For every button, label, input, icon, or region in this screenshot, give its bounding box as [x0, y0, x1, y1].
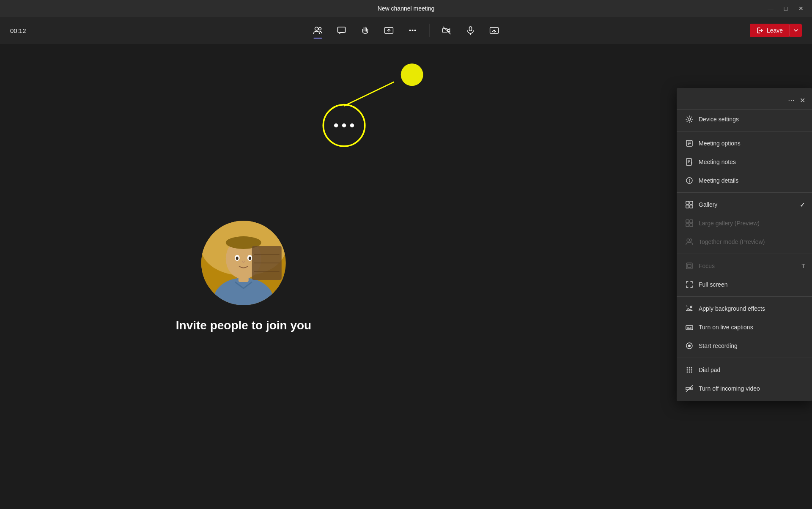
avatar [201, 221, 286, 305]
menu-item-together-mode: Together mode (Preview) [677, 233, 812, 251]
svg-rect-51 [690, 205, 693, 208]
chat-button[interactable] [332, 20, 352, 41]
meeting-options-icon [685, 139, 694, 148]
gear-icon [685, 115, 694, 123]
menu-item-large-gallery: Large gallery (Preview) [677, 214, 812, 233]
menu-separator-1 [677, 131, 812, 131]
menu-item-meeting-details[interactable]: Meeting details [677, 171, 812, 190]
svg-point-70 [689, 367, 690, 369]
more-actions-menu: ⋯ ✕ Device settings [677, 88, 812, 401]
leave-button[interactable]: Leave [750, 24, 790, 37]
share-content-button[interactable] [379, 20, 399, 41]
svg-rect-50 [686, 205, 689, 208]
menu-header: ⋯ ✕ [677, 91, 812, 110]
minimize-button[interactable]: — [766, 4, 775, 13]
svg-rect-2 [338, 27, 346, 33]
svg-point-69 [687, 367, 688, 369]
svg-point-76 [689, 372, 690, 373]
menu-item-meeting-options[interactable]: Meeting options [677, 134, 812, 153]
incoming-video-label: Turn off incoming video [699, 385, 804, 392]
captions-icon [685, 323, 694, 331]
gallery-icon [685, 200, 694, 209]
large-gallery-icon [685, 219, 694, 227]
focus-icon [685, 262, 694, 270]
svg-line-78 [686, 385, 693, 392]
menu-close-button[interactable]: ✕ [800, 96, 805, 104]
maximize-button[interactable]: □ [782, 4, 790, 13]
fullscreen-icon [685, 280, 694, 289]
meeting-notes-icon [685, 158, 694, 166]
menu-item-gallery[interactable]: Gallery ✓ [677, 195, 812, 214]
gallery-check-icon: ✓ [800, 201, 805, 209]
gallery-label: Gallery [699, 201, 804, 208]
svg-point-71 [691, 367, 692, 369]
full-screen-label: Full screen [699, 281, 804, 288]
svg-point-72 [687, 369, 688, 371]
invite-text: Invite people to join you [176, 319, 311, 332]
toolbar-center-buttons [308, 20, 505, 41]
menu-item-device-settings[interactable]: Device settings [677, 110, 812, 129]
menu-item-incoming-video[interactable]: Turn off incoming video [677, 379, 812, 398]
svg-point-46 [689, 179, 690, 180]
window-controls: — □ ✕ [766, 4, 805, 13]
svg-point-27 [334, 123, 338, 127]
together-mode-icon [685, 238, 694, 246]
svg-rect-63 [686, 326, 693, 330]
svg-line-62 [691, 306, 692, 306]
toolbar: 00:12 [0, 17, 812, 44]
live-captions-label: Turn on live captions [699, 324, 804, 331]
leave-dropdown-button[interactable] [790, 24, 802, 37]
svg-point-0 [315, 27, 318, 30]
svg-rect-54 [686, 224, 689, 227]
dialpad-icon [685, 366, 694, 374]
participants-button[interactable] [308, 20, 328, 41]
svg-rect-48 [686, 201, 689, 204]
toolbar-right: Leave [750, 24, 802, 37]
close-button[interactable]: ✕ [797, 4, 805, 13]
leave-button-group: Leave [750, 24, 802, 37]
svg-point-74 [691, 369, 692, 371]
video-toggle-button[interactable] [437, 20, 457, 41]
menu-item-full-screen[interactable]: Full screen [677, 275, 812, 294]
participant-view: Invite people to join you [176, 221, 311, 332]
svg-rect-39 [686, 159, 691, 165]
more-actions-button[interactable] [403, 20, 423, 41]
svg-rect-53 [690, 220, 693, 223]
svg-point-77 [691, 372, 692, 373]
svg-line-30 [344, 82, 394, 106]
menu-separator-2 [677, 192, 812, 193]
menu-separator-3 [677, 254, 812, 254]
svg-point-20 [249, 257, 251, 260]
dial-pad-label: Dial pad [699, 367, 804, 373]
meeting-options-label: Meeting options [699, 140, 804, 147]
title-bar: New channel meeting — □ ✕ [0, 0, 812, 17]
menu-more-button[interactable]: ⋯ [788, 96, 795, 104]
menu-item-meeting-notes[interactable]: Meeting notes [677, 153, 812, 171]
mic-button[interactable] [461, 20, 481, 41]
video-off-icon [685, 384, 694, 393]
menu-item-dial-pad[interactable]: Dial pad [677, 361, 812, 379]
svg-line-61 [686, 306, 687, 306]
svg-point-19 [236, 257, 239, 260]
menu-item-live-captions[interactable]: Turn on live captions [677, 318, 812, 337]
svg-point-68 [688, 345, 691, 347]
large-gallery-label: Large gallery (Preview) [699, 220, 804, 227]
apply-background-label: Apply background effects [699, 305, 804, 312]
svg-point-4 [409, 30, 411, 31]
background-effects-icon [685, 304, 694, 313]
svg-point-28 [342, 123, 346, 127]
menu-item-start-recording[interactable]: Start recording [677, 337, 812, 355]
svg-rect-59 [688, 264, 691, 268]
call-timer: 00:12 [10, 27, 26, 34]
menu-separator-5 [677, 358, 812, 358]
share-screen-button[interactable] [484, 20, 505, 41]
raise-hand-button[interactable] [355, 20, 376, 41]
svg-point-6 [414, 30, 416, 31]
menu-item-apply-background[interactable]: Apply background effects [677, 299, 812, 318]
svg-point-1 [319, 27, 321, 30]
window-title: New channel meeting [378, 5, 435, 12]
svg-point-29 [350, 123, 354, 127]
info-icon [685, 176, 694, 185]
svg-point-26 [323, 105, 365, 146]
svg-point-56 [687, 239, 689, 241]
